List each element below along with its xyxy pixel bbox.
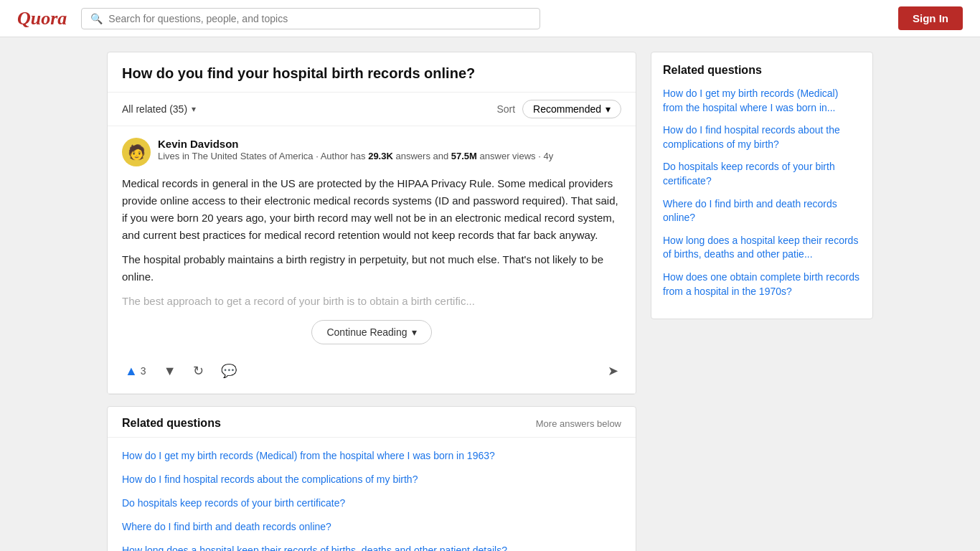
sign-in-button[interactable]: Sign In — [898, 6, 963, 30]
search-input[interactable] — [108, 13, 531, 24]
downvote-icon: ▼ — [164, 364, 176, 379]
list-item: How do I get my birth records (Medical) … — [108, 443, 636, 467]
side-panel: Related questions How do I get my birth … — [651, 52, 873, 319]
recommended-label: Recommended — [533, 103, 601, 115]
share-icon: ➤ — [608, 363, 618, 379]
side-related-link-sq6[interactable]: How does one obtain complete birth recor… — [663, 271, 859, 297]
side-related-link-sq4[interactable]: Where do I find birth and death records … — [663, 198, 837, 224]
side-column: Related questions How do I get my birth … — [651, 52, 873, 551]
upvote-icon: ▲ — [125, 364, 138, 379]
bio-mid: answers and — [393, 151, 451, 161]
related-inline-list: How do I get my birth records (Medical) … — [108, 438, 636, 551]
continue-reading-wrap: Continue Reading ▾ — [122, 320, 621, 344]
author-row: 🧑 Kevin Davidson Lives in The United Sta… — [122, 138, 621, 166]
list-item: How do I get my birth records (Medical) … — [663, 87, 861, 115]
quora-logo[interactable]: Quora — [17, 8, 67, 29]
related-link-rq1[interactable]: How do I get my birth records (Medical) … — [122, 450, 495, 461]
list-item: Where do I find birth and death records … — [663, 197, 861, 225]
view-count: 57.5M — [451, 151, 477, 161]
downvote-button[interactable]: ▼ — [161, 361, 179, 382]
list-item: How does one obtain complete birth recor… — [663, 270, 861, 298]
search-icon: 🔍 — [90, 13, 103, 24]
answer-paragraph-2: The hospital probably maintains a birth … — [122, 251, 621, 286]
reshare-button[interactable]: ↻ — [190, 360, 207, 382]
all-related-label: All related (35) — [122, 103, 187, 115]
reshare-icon: ↻ — [193, 363, 204, 379]
answer-block: 🧑 Kevin Davidson Lives in The United Sta… — [108, 126, 636, 394]
chevron-down-icon: ▾ — [192, 104, 196, 114]
list-item: How do I find hospital records about the… — [108, 467, 636, 491]
list-item: How do I find hospital records about the… — [663, 123, 861, 151]
sort-label: Sort — [496, 103, 515, 115]
page-content: How do you find your hospital birth reco… — [95, 37, 885, 551]
action-row: ▲ 3 ▼ ↻ 💬 ➤ — [122, 356, 621, 382]
more-answers-label: More answers below — [536, 418, 621, 429]
filter-bar: All related (35) ▾ Sort Recommended ▾ — [108, 93, 636, 126]
related-inline-title: Related questions — [122, 417, 221, 430]
related-link-rq3[interactable]: Do hospitals keep records of your birth … — [122, 497, 345, 509]
related-link-rq2[interactable]: How do I find hospital records about the… — [122, 474, 418, 485]
continue-reading-button[interactable]: Continue Reading ▾ — [311, 320, 431, 344]
answer-count: 29.3K — [368, 151, 393, 161]
chevron-down-icon: ▾ — [412, 326, 417, 338]
all-related-button[interactable]: All related (35) ▾ — [122, 103, 196, 115]
list-item: Do hospitals keep records of your birth … — [663, 160, 861, 188]
comment-button[interactable]: 💬 — [218, 360, 240, 382]
vote-count: 3 — [141, 365, 146, 377]
side-related-link-sq1[interactable]: How do I get my birth records (Medical) … — [663, 88, 838, 113]
upvote-button[interactable]: ▲ 3 — [122, 361, 149, 382]
related-questions-inline-card: Related questions More answers below How… — [107, 406, 636, 551]
author-bio: Lives in The United States of America · … — [158, 150, 621, 163]
comment-icon: 💬 — [221, 363, 237, 379]
side-panel-title: Related questions — [663, 64, 861, 77]
share-button[interactable]: ➤ — [605, 360, 621, 382]
continue-reading-label: Continue Reading — [326, 326, 407, 338]
author-name: Kevin Davidson — [158, 138, 621, 150]
bio-suffix: answer views · 4y — [477, 151, 553, 161]
question-title: How do you find your hospital birth reco… — [108, 52, 636, 93]
answer-paragraph-1: Medical records in general in the US are… — [122, 175, 621, 244]
list-item: Where do I find birth and death records … — [108, 514, 636, 538]
header-right: Sign In — [898, 6, 963, 30]
related-link-rq5[interactable]: How long does a hospital keep their reco… — [122, 545, 507, 551]
recommended-sort-button[interactable]: Recommended ▾ — [522, 100, 621, 118]
list-item: How long does a hospital keep their reco… — [663, 234, 861, 262]
author-info: Kevin Davidson Lives in The United State… — [158, 138, 621, 163]
list-item: Do hospitals keep records of your birth … — [108, 491, 636, 514]
side-related-link-sq2[interactable]: How do I find hospital records about the… — [663, 124, 840, 150]
header: Quora 🔍 Sign In — [0, 0, 980, 37]
search-bar: 🔍 — [81, 8, 540, 29]
chevron-down-icon: ▾ — [606, 103, 611, 115]
bio-prefix: Lives in The United States of America · … — [158, 151, 368, 161]
side-related-link-sq5[interactable]: How long does a hospital keep their reco… — [663, 235, 858, 260]
related-inline-header: Related questions More answers below — [108, 407, 636, 438]
sort-wrap: Sort Recommended ▾ — [496, 100, 621, 118]
main-column: How do you find your hospital birth reco… — [107, 52, 636, 551]
avatar: 🧑 — [122, 138, 151, 166]
list-item: How long does a hospital keep their reco… — [108, 538, 636, 551]
question-card: How do you find your hospital birth reco… — [107, 52, 636, 395]
answer-paragraph-3-faded: The best approach to get a record of you… — [122, 293, 621, 310]
related-link-rq4[interactable]: Where do I find birth and death records … — [122, 521, 331, 532]
side-related-link-sq3[interactable]: Do hospitals keep records of your birth … — [663, 161, 835, 187]
